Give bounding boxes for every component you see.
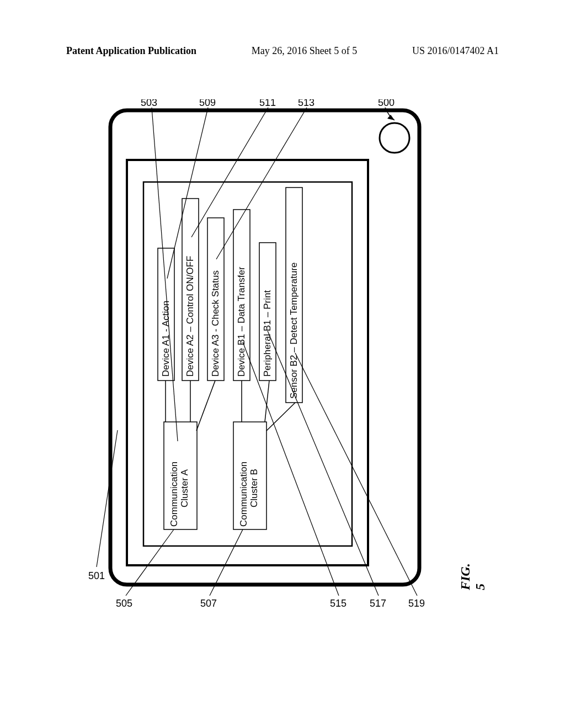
device-a3-text: Device A3 - Check Status [210, 270, 221, 377]
sensor-b2-text: Sensor B2 – Detect Temperature [289, 263, 299, 399]
svg-text:515: 515 [330, 598, 347, 609]
device-a2-box: Device A2 – Control ON/OFF [182, 199, 199, 381]
header-publication-number: US 2016/0147402 A1 [412, 45, 499, 57]
svg-text:501: 501 [88, 570, 105, 581]
svg-line-11 [97, 430, 118, 567]
svg-line-23 [216, 108, 307, 259]
header-date-sheet: May 26, 2016 Sheet 5 of 5 [252, 45, 357, 57]
svg-text:519: 519 [408, 598, 425, 609]
ref-519: 519 [295, 353, 425, 609]
ref-501: 501 [88, 430, 118, 581]
connector-a3 [196, 381, 215, 431]
svg-line-29 [295, 353, 417, 596]
ref-503: 503 [141, 99, 178, 441]
cluster-b-box: Communication Cluster B [233, 422, 266, 529]
device-a3-box: Device A3 - Check Status [207, 218, 224, 381]
svg-text:500: 500 [378, 99, 395, 108]
svg-marker-9 [387, 115, 395, 120]
svg-text:505: 505 [116, 598, 132, 609]
svg-line-19 [167, 108, 208, 279]
header-publication-label: Patent Application Publication [66, 45, 196, 57]
cluster-a-text: Communication Cluster A [169, 459, 190, 527]
svg-text:513: 513 [298, 99, 315, 108]
ref-507: 507 [200, 529, 243, 609]
svg-line-27 [268, 331, 379, 596]
ref-513: 513 [216, 99, 315, 259]
device-b1-text: Device B1 – Data Transfer [236, 266, 247, 377]
svg-text:509: 509 [199, 99, 216, 108]
figure-caption: FIG. 5 [458, 563, 488, 590]
svg-text:511: 511 [259, 99, 276, 108]
peripheral-b1-box: Peripheral B1 – Print [259, 243, 276, 381]
svg-text:517: 517 [370, 598, 386, 609]
device-a2-text: Device A2 – Control ON/OFF [185, 256, 195, 377]
figure-container: Communication Cluster A Communication Cl… [77, 99, 475, 612]
peripheral-b1-text: Peripheral B1 – Print [262, 290, 273, 377]
sensor-b2-box: Sensor B2 – Detect Temperature [286, 188, 302, 403]
svg-line-21 [191, 108, 268, 237]
svg-text:507: 507 [200, 598, 217, 609]
svg-text:503: 503 [141, 99, 157, 108]
cluster-b-text: Communication Cluster B [238, 459, 259, 527]
svg-line-13 [152, 108, 178, 441]
page-header: Patent Application Publication May 26, 2… [0, 45, 565, 57]
ref-505: 505 [116, 529, 174, 609]
device-a1-box: Device A1 - Action [158, 248, 174, 381]
figure-svg: Communication Cluster A Communication Cl… [77, 99, 475, 612]
home-button [380, 123, 409, 153]
cluster-a-box: Communication Cluster A [164, 422, 197, 529]
